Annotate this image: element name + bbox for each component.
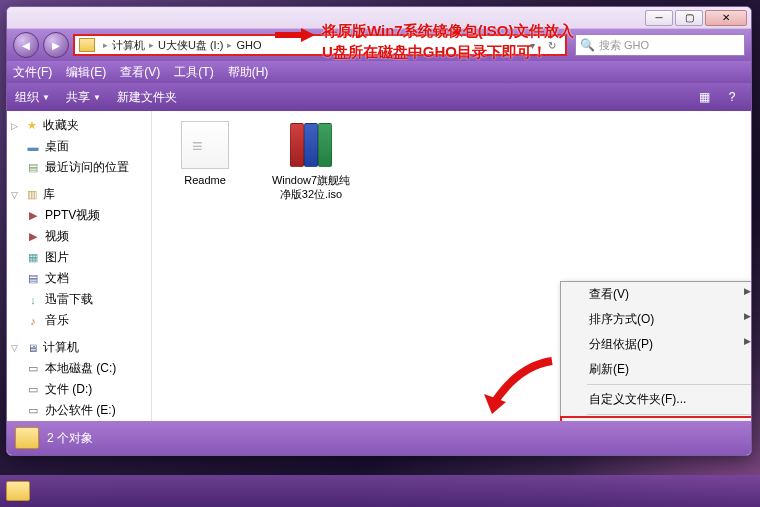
share-button[interactable]: 共享 ▼ — [66, 89, 101, 106]
cm-customize[interactable]: 自定义文件夹(F)... — [561, 387, 751, 412]
tree-item-desktop[interactable]: ▬桌面 — [7, 136, 151, 157]
new-folder-button[interactable]: 新建文件夹 — [117, 89, 177, 106]
tree-item-drive-c[interactable]: ▭本地磁盘 (C:) — [7, 358, 151, 379]
menu-tools[interactable]: 工具(T) — [174, 64, 213, 81]
back-button[interactable]: ◄ — [13, 32, 39, 58]
explorer-window: ─ ▢ ✕ ◄ ► ▸ 计算机 ▸ U大侠U盘 (I:) ▸ GHO ▾ ↻ 🔍… — [6, 6, 752, 456]
chevron-right-icon: ▸ — [149, 40, 154, 50]
chevron-right-icon: ▸ — [103, 40, 108, 50]
organize-button[interactable]: 组织 ▼ — [15, 89, 50, 106]
tree-item-videos[interactable]: ▶视频 — [7, 226, 151, 247]
titlebar: ─ ▢ ✕ — [7, 7, 751, 29]
search-icon: 🔍 — [580, 38, 595, 52]
file-iso[interactable]: Window7旗舰纯净版32位.iso — [268, 121, 354, 202]
nav-tree: ▷★收藏夹 ▬桌面 ▤最近访问的位置 ▽▥库 ▶PPTV视频 ▶视频 ▦图片 ▤… — [7, 111, 152, 421]
help-icon[interactable]: ? — [721, 87, 743, 107]
address-dropdown[interactable]: ▾ — [523, 40, 541, 51]
close-button[interactable]: ✕ — [705, 10, 747, 26]
menu-view[interactable]: 查看(V) — [120, 64, 160, 81]
folder-icon — [79, 38, 95, 52]
view-mode-icon[interactable]: ▦ — [693, 87, 715, 107]
tree-item-pptv[interactable]: ▶PPTV视频 — [7, 205, 151, 226]
menu-help[interactable]: 帮助(H) — [228, 64, 269, 81]
taskbar[interactable] — [0, 475, 760, 507]
breadcrumb-folder[interactable]: GHO — [236, 39, 261, 51]
tree-item-music[interactable]: ♪音乐 — [7, 310, 151, 331]
cm-paste[interactable]: 粘贴(P) — [560, 416, 751, 421]
curved-arrow-icon — [472, 356, 562, 421]
folder-icon — [15, 427, 39, 449]
taskbar-explorer-icon[interactable] — [6, 481, 30, 501]
file-label: Readme — [162, 173, 248, 187]
context-menu: 查看(V)▶ 排序方式(O)▶ 分组依据(P)▶ 刷新(E) 自定义文件夹(F)… — [560, 281, 751, 421]
minimize-button[interactable]: ─ — [645, 10, 673, 26]
refresh-button[interactable]: ↻ — [543, 40, 561, 51]
tree-libraries[interactable]: ▽▥库 — [7, 184, 151, 205]
breadcrumb-drive[interactable]: U大侠U盘 (I:) — [158, 38, 223, 53]
toolbar: 组织 ▼ 共享 ▼ 新建文件夹 ▦ ? — [7, 83, 751, 111]
search-input[interactable]: 🔍 搜索 GHO — [575, 34, 745, 56]
file-label: Window7旗舰纯净版32位.iso — [268, 173, 354, 202]
maximize-button[interactable]: ▢ — [675, 10, 703, 26]
cm-view[interactable]: 查看(V)▶ — [561, 282, 751, 307]
file-readme[interactable]: Readme — [162, 121, 248, 187]
breadcrumb-computer[interactable]: 计算机 — [112, 38, 145, 53]
cm-sort[interactable]: 排序方式(O)▶ — [561, 307, 751, 332]
cm-refresh[interactable]: 刷新(E) — [561, 357, 751, 382]
search-placeholder: 搜索 GHO — [599, 38, 740, 53]
text-file-icon — [181, 121, 229, 169]
chevron-right-icon: ▸ — [227, 40, 232, 50]
forward-button[interactable]: ► — [43, 32, 69, 58]
archive-icon — [287, 121, 335, 169]
tree-item-thunder[interactable]: ↓迅雷下载 — [7, 289, 151, 310]
status-text: 2 个对象 — [47, 430, 93, 447]
menu-bar: 文件(F) 编辑(E) 查看(V) 工具(T) 帮助(H) — [7, 61, 751, 83]
menu-file[interactable]: 文件(F) — [13, 64, 52, 81]
tree-item-drive-e[interactable]: ▭办公软件 (E:) — [7, 400, 151, 421]
nav-bar: ◄ ► ▸ 计算机 ▸ U大侠U盘 (I:) ▸ GHO ▾ ↻ 🔍 搜索 GH… — [7, 29, 751, 61]
cm-group[interactable]: 分组依据(P)▶ — [561, 332, 751, 357]
tree-item-drive-d[interactable]: ▭文件 (D:) — [7, 379, 151, 400]
tree-item-documents[interactable]: ▤文档 — [7, 268, 151, 289]
status-bar: 2 个对象 — [7, 421, 751, 455]
tree-item-pictures[interactable]: ▦图片 — [7, 247, 151, 268]
tree-computer[interactable]: ▽🖥计算机 — [7, 337, 151, 358]
file-pane[interactable]: Readme Window7旗舰纯净版32位.iso 查看(V)▶ 排序方式(O… — [152, 111, 751, 421]
tree-favorites[interactable]: ▷★收藏夹 — [7, 115, 151, 136]
menu-edit[interactable]: 编辑(E) — [66, 64, 106, 81]
address-bar[interactable]: ▸ 计算机 ▸ U大侠U盘 (I:) ▸ GHO ▾ ↻ — [73, 34, 567, 56]
tree-item-recent[interactable]: ▤最近访问的位置 — [7, 157, 151, 178]
